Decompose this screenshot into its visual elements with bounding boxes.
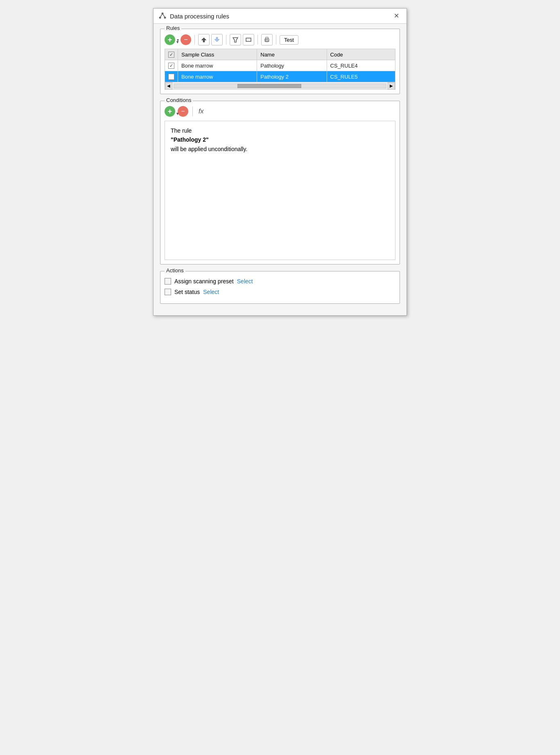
print-icon bbox=[264, 37, 270, 43]
print-button[interactable] bbox=[261, 34, 273, 45]
dialog-body: Rules + ▾ − bbox=[154, 24, 406, 315]
col-header-checkbox bbox=[165, 49, 178, 60]
cond-sep bbox=[192, 106, 193, 116]
svg-line-4 bbox=[163, 14, 165, 18]
header-checkbox[interactable] bbox=[168, 52, 174, 58]
row-checkbox[interactable] bbox=[168, 63, 174, 69]
action-label-1: Assign scanning preset bbox=[174, 278, 234, 285]
action-row-1: Assign scanning preset Select bbox=[165, 278, 395, 285]
move-down-icon bbox=[214, 37, 220, 43]
rules-table: Sample Class Name Code Bone marrow Patho… bbox=[165, 49, 395, 82]
actions-section: Actions Assign scanning preset Select Se… bbox=[160, 271, 400, 304]
row-sample-class: Bone marrow bbox=[178, 71, 257, 82]
scroll-left-button[interactable]: ◀ bbox=[165, 82, 172, 90]
svg-rect-10 bbox=[266, 37, 268, 39]
conditions-section: Conditions + − fx The rule "Pathology 2"… bbox=[160, 101, 400, 264]
action-label-2: Set status bbox=[174, 289, 200, 295]
toolbar-sep-2 bbox=[226, 35, 226, 45]
add-rule-button[interactable]: + bbox=[165, 34, 175, 45]
title-bar: Data processing rules ✕ bbox=[154, 9, 406, 24]
move-up-button[interactable] bbox=[198, 34, 210, 45]
action-link-2[interactable]: Select bbox=[203, 289, 219, 295]
toggle-button[interactable] bbox=[243, 34, 254, 45]
row-checkbox[interactable] bbox=[168, 74, 174, 80]
toolbar-sep-4 bbox=[276, 35, 276, 45]
row-name: Pathology bbox=[257, 60, 327, 71]
condition-line3: will be applied unconditionally. bbox=[171, 145, 389, 154]
row-code: CS_RULE4 bbox=[327, 60, 395, 71]
col-header-name: Name bbox=[257, 49, 327, 60]
add-condition-button[interactable]: + bbox=[165, 106, 175, 117]
close-button[interactable]: ✕ bbox=[391, 12, 402, 20]
svg-marker-6 bbox=[215, 37, 219, 42]
test-button[interactable]: Test bbox=[280, 35, 298, 45]
condition-line1: The rule bbox=[171, 126, 389, 135]
col-header-code: Code bbox=[327, 49, 395, 60]
filter-icon bbox=[233, 37, 238, 43]
condition-rule-name: "Pathology 2" bbox=[171, 135, 389, 144]
action-row-2: Set status Select bbox=[165, 289, 395, 295]
scroll-right-button[interactable]: ▶ bbox=[388, 82, 395, 90]
rules-toolbar: + ▾ − bbox=[165, 34, 395, 45]
svg-point-12 bbox=[265, 39, 266, 40]
dialog-icon bbox=[158, 12, 167, 20]
row-checkbox-cell bbox=[165, 71, 178, 82]
horizontal-scrollbar[interactable]: ◀ ▶ bbox=[165, 82, 395, 90]
table-row[interactable]: Bone marrow Pathology 2 CS_RULE5 bbox=[165, 71, 395, 82]
move-down-button[interactable] bbox=[211, 34, 223, 45]
row-sample-class: Bone marrow bbox=[178, 60, 257, 71]
row-name: Pathology 2 bbox=[257, 71, 327, 82]
conditions-toolbar: + − fx bbox=[165, 106, 395, 117]
row-code: CS_RULE5 bbox=[327, 71, 395, 82]
action-checkbox-2[interactable] bbox=[165, 289, 171, 295]
svg-line-3 bbox=[160, 14, 163, 18]
remove-condition-button[interactable]: − bbox=[178, 106, 188, 117]
data-processing-rules-dialog: Data processing rules ✕ Rules + ▾ − bbox=[153, 8, 407, 316]
move-up-icon bbox=[201, 37, 207, 43]
row-checkbox-cell bbox=[165, 60, 178, 71]
dialog-title: Data processing rules bbox=[170, 13, 229, 20]
col-header-sample-class: Sample Class bbox=[178, 49, 257, 60]
toggle-icon bbox=[246, 38, 251, 42]
actions-section-label: Actions bbox=[165, 267, 185, 274]
fx-icon: fx bbox=[199, 108, 203, 115]
toolbar-sep-3 bbox=[257, 35, 258, 45]
conditions-section-label: Conditions bbox=[165, 97, 193, 103]
toolbar-sep-1 bbox=[194, 35, 195, 45]
rules-section: Rules + ▾ − bbox=[160, 29, 400, 94]
scroll-track[interactable] bbox=[174, 84, 386, 88]
title-bar-left: Data processing rules bbox=[158, 12, 229, 20]
svg-marker-7 bbox=[233, 38, 238, 42]
svg-marker-5 bbox=[201, 38, 206, 42]
condition-box: The rule "Pathology 2" will be applied u… bbox=[165, 121, 395, 260]
action-checkbox-1[interactable] bbox=[165, 278, 171, 285]
scroll-thumb[interactable] bbox=[237, 84, 301, 88]
rules-section-label: Rules bbox=[165, 25, 181, 31]
action-link-1[interactable]: Select bbox=[237, 278, 253, 285]
filter-button[interactable] bbox=[230, 34, 241, 45]
svg-rect-8 bbox=[246, 38, 251, 41]
remove-rule-button[interactable]: − bbox=[181, 34, 191, 45]
table-row[interactable]: Bone marrow Pathology CS_RULE4 bbox=[165, 60, 395, 71]
